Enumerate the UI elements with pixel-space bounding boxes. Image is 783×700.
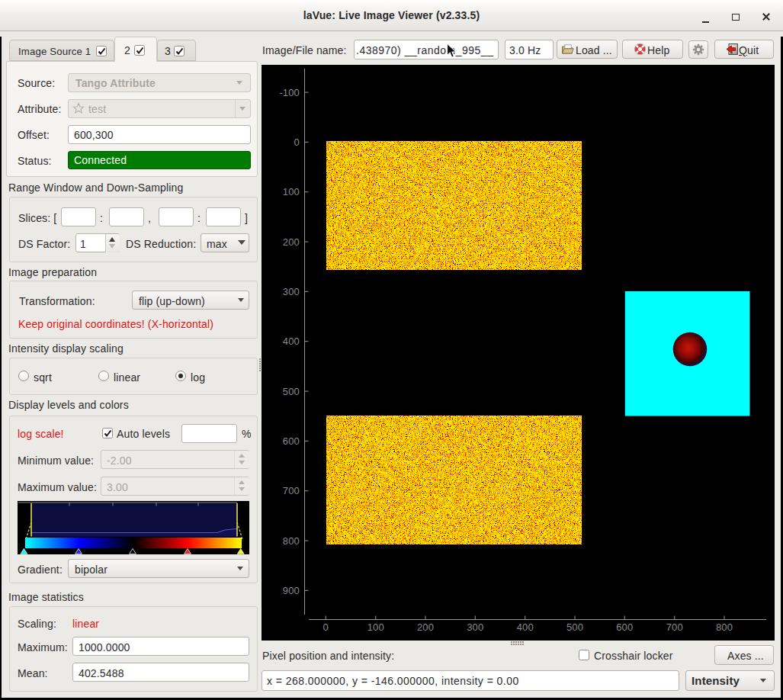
svg-text:900: 900 bbox=[283, 585, 300, 596]
svg-text:-100: -100 bbox=[279, 87, 300, 98]
svg-text:500: 500 bbox=[566, 621, 583, 633]
svg-text:800: 800 bbox=[283, 535, 300, 547]
svg-text:300: 300 bbox=[467, 621, 483, 633]
svg-text:600: 600 bbox=[283, 435, 300, 447]
svg-text:700: 700 bbox=[283, 485, 300, 496]
svg-text:0: 0 bbox=[294, 136, 300, 148]
svg-text:700: 700 bbox=[666, 621, 683, 633]
svg-text:600: 600 bbox=[616, 621, 633, 633]
svg-text:300: 300 bbox=[283, 286, 300, 297]
svg-text:800: 800 bbox=[716, 621, 733, 633]
svg-text:200: 200 bbox=[283, 236, 300, 248]
svg-text:400: 400 bbox=[283, 336, 300, 347]
svg-text:400: 400 bbox=[517, 621, 534, 633]
svg-text:200: 200 bbox=[417, 621, 434, 633]
svg-text:0: 0 bbox=[323, 621, 329, 633]
svg-text:100: 100 bbox=[283, 186, 300, 197]
svg-text:100: 100 bbox=[367, 621, 384, 633]
svg-text:500: 500 bbox=[283, 386, 300, 397]
